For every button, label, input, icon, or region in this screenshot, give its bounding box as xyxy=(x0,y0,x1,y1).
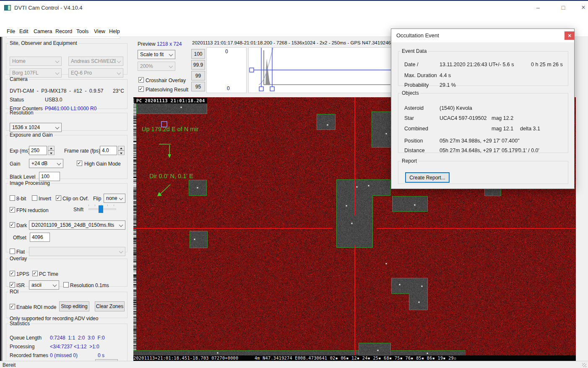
site-select[interactable]: Home xyxy=(10,57,62,66)
roi-zone-3[interactable] xyxy=(372,111,391,148)
invert-checkbox[interactable] xyxy=(32,195,37,201)
menu-help[interactable]: Help xyxy=(107,28,122,35)
histogram-handle-white[interactable] xyxy=(270,87,274,91)
zoom-select[interactable]: 200% xyxy=(138,62,175,71)
menu-view[interactable]: View xyxy=(92,28,107,35)
flip-select[interactable]: none xyxy=(104,194,125,203)
dark-checkbox[interactable] xyxy=(10,222,15,228)
1pps-checkbox[interactable] xyxy=(10,271,15,276)
menu-record[interactable]: Record xyxy=(54,28,74,35)
roi-zone-7[interactable] xyxy=(190,231,208,248)
title-bar: DVTI Cam Control - V4.10.4 – □ × xyxy=(0,1,588,13)
black-level-input[interactable] xyxy=(39,172,60,181)
orientation-dir-label: Dir 0.0' N, 0.1' E xyxy=(149,173,193,179)
shift-slider[interactable] xyxy=(88,205,116,214)
flip-label: Flip xyxy=(93,196,101,202)
roi-zone-6[interactable] xyxy=(392,196,428,212)
roi-enable-checkbox[interactable] xyxy=(10,304,15,309)
fps-stepper[interactable] xyxy=(118,146,125,155)
roi-zone-9[interactable] xyxy=(391,278,428,310)
8bit-checkbox[interactable] xyxy=(10,195,15,201)
scale-mode-select[interactable]: Scale to fit xyxy=(138,50,175,59)
fpn-checkbox[interactable] xyxy=(10,207,15,213)
camera-status-value: USB3.0 xyxy=(45,97,62,103)
exp-input[interactable] xyxy=(29,146,47,155)
group-event-data: Event Data Date / 13.11.2020 21:26:43 UT… xyxy=(398,48,568,86)
resize-grip[interactable] xyxy=(582,363,586,367)
window-title: DVTI Cam Control - V4.10.4 xyxy=(14,5,83,11)
processing-value: <3/4:7237 <1:12 >1:0 xyxy=(50,344,99,350)
create-report-button[interactable]: Create Report... xyxy=(405,172,450,183)
chevron-down-icon xyxy=(169,52,173,57)
chevron-down-icon xyxy=(55,71,60,75)
dark-file-select[interactable]: D20201109_1536_24dB_0150ms.fits xyxy=(29,220,125,230)
crosshair-horizontal-right xyxy=(377,228,576,229)
isr-checkbox[interactable] xyxy=(10,282,15,288)
star-value: UCAC4 597-019502 xyxy=(440,115,487,121)
clip-checkbox[interactable] xyxy=(56,195,61,201)
stop-editing-button[interactable]: Stop editing xyxy=(59,301,89,311)
asteroid-value: (1540) Kevola xyxy=(440,105,472,111)
combined-delta: delta 3.1 xyxy=(520,126,540,132)
observer-select[interactable]: Andreas SCHWEIZER xyxy=(68,57,123,66)
roi-zone-2[interactable] xyxy=(317,114,336,130)
minimize-button[interactable]: – xyxy=(532,4,544,12)
isr-format-select[interactable]: ascii xyxy=(29,280,59,290)
recorded-seconds-value: 0 s xyxy=(98,352,104,358)
histogram-handle-black[interactable] xyxy=(259,87,263,91)
camera-model: DVTI-CAM - P3-IMX178 - #12 - 0.9.57 xyxy=(10,88,103,94)
group-objects: Objects Asteroid (1540) Kevola Star UCAC… xyxy=(398,90,568,153)
crosshair-overlay-checkbox[interactable] xyxy=(138,77,144,83)
chevron-down-icon xyxy=(169,64,173,68)
resolution01-checkbox[interactable] xyxy=(63,282,69,288)
dialog-close-button[interactable]: ✕ xyxy=(565,31,575,40)
close-button[interactable]: × xyxy=(577,4,588,12)
stretch-99-button[interactable]: 99 xyxy=(191,71,205,80)
event-date-value: 13.11.2020 21:26:43 UT xyxy=(440,62,496,67)
resolution-select[interactable]: 1536 x 1024 xyxy=(10,123,62,132)
exp-stepper[interactable] xyxy=(48,146,55,155)
offset-label: Offset xyxy=(13,235,26,241)
flat-checkbox[interactable] xyxy=(10,249,15,254)
stretch-999-button[interactable]: 99.9 xyxy=(191,60,205,70)
platesolving-checkbox[interactable] xyxy=(138,86,144,92)
high-gain-checkbox[interactable] xyxy=(77,161,82,166)
camera-temperature: 23°C xyxy=(113,88,124,94)
pctime-checkbox[interactable] xyxy=(32,271,38,276)
distance-value: 05h 27m 34.648s, +29 17' 05.179" xyxy=(440,148,520,153)
offset-input[interactable] xyxy=(30,233,50,242)
status-text: Bereit xyxy=(3,362,16,368)
exp-label: Exp (ms) xyxy=(10,148,30,154)
chevron-down-icon xyxy=(117,59,121,63)
shift-slider-handle[interactable] xyxy=(99,205,103,213)
roi-zone-10[interactable] xyxy=(359,343,391,355)
clear-zones-button[interactable]: Clear Zones xyxy=(95,301,125,311)
gain-select[interactable]: +24 dB xyxy=(29,159,63,168)
roi-zone-4[interactable] xyxy=(189,180,207,196)
event-duration-value: 4.4 s xyxy=(440,73,451,78)
stretch-95-button[interactable]: 95 xyxy=(191,82,205,91)
dialog-title-bar[interactable]: Occultation Event ✕ xyxy=(391,29,574,42)
orientation-up-label: Up 179.2d E of N mir xyxy=(142,126,198,132)
status-bar: Bereit xyxy=(0,361,588,368)
menu-tools[interactable]: Tools xyxy=(75,28,90,35)
combined-mag: mag 12.1 xyxy=(492,126,513,132)
menu-edit[interactable]: Edit xyxy=(18,28,30,35)
crosshair-horizontal-left xyxy=(133,228,333,229)
north-arrow-icon xyxy=(156,140,176,160)
fps-input[interactable] xyxy=(100,146,117,155)
flat-file-select[interactable] xyxy=(29,247,125,256)
histogram-plot[interactable] xyxy=(248,47,392,93)
chevron-down-icon xyxy=(119,196,123,200)
roi-zone-5[interactable] xyxy=(336,179,390,247)
toolbar: ✂ SER ADV FITS ↔ ... ? xyxy=(0,13,588,26)
histogram-handle-gamma[interactable] xyxy=(250,68,254,72)
stretch-100-button[interactable]: 100 xyxy=(191,49,205,59)
menu-file[interactable]: File xyxy=(5,28,17,35)
preview-size: 1218 x 724 xyxy=(157,41,182,47)
menu-camera[interactable]: Camera xyxy=(32,28,54,35)
queue-length-value: 0:7248 1:1 2:0 3:0 F:0 xyxy=(50,335,105,341)
maximize-button[interactable]: □ xyxy=(557,4,570,12)
camera-status-label: Status xyxy=(10,97,24,103)
group-overlay: Overlay 1PPS PC Time ISR ascii Resolutio… xyxy=(6,256,127,287)
